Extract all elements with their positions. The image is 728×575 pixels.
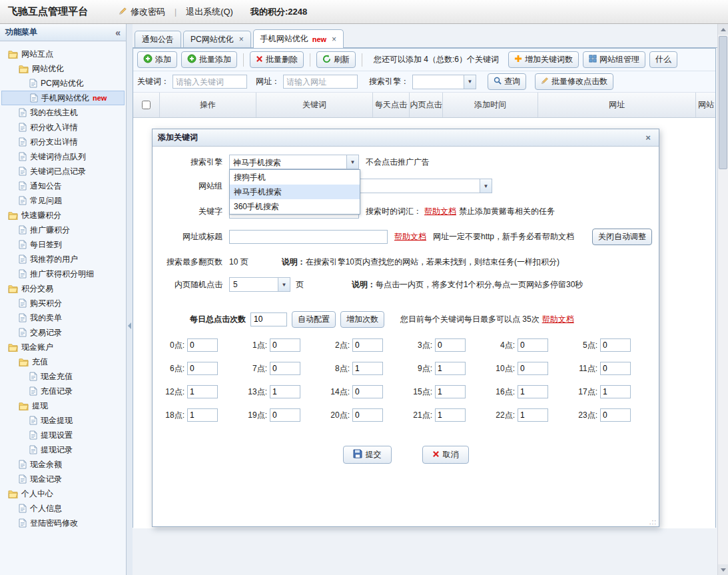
tree-item-关键词已点记录[interactable]: 关键词已点记录 — [1, 164, 125, 179]
url-help-link[interactable]: 帮助文档 — [394, 231, 426, 243]
tree-item-推广获得积分明细[interactable]: 推广获得积分明细 — [1, 267, 125, 281]
tree-item-我推荐的用户[interactable]: 我推荐的用户 — [1, 252, 125, 267]
batch-add-button[interactable]: 批量添加 — [181, 51, 237, 68]
tree-item-PC网站优化[interactable]: PC网站优化 — [1, 76, 125, 91]
inner-click-select[interactable]: 5 ▼ — [229, 277, 290, 292]
tab-close-icon[interactable]: × — [239, 35, 244, 44]
tree-item-关键词待点队列[interactable]: 关键词待点队列 — [1, 149, 125, 164]
tree-item-我的卖单[interactable]: 我的卖单 — [1, 310, 125, 325]
column-header-关键词[interactable]: 关键词 — [256, 93, 373, 117]
hour-input[interactable] — [187, 408, 218, 422]
tree-item-登陆密码修改[interactable]: 登陆密码修改 — [1, 516, 125, 530]
truncated-help-button[interactable]: 什么 — [649, 51, 677, 68]
query-button[interactable]: 查询 — [488, 73, 526, 90]
auto-config-button[interactable]: 自动配置 — [292, 311, 336, 328]
submit-button[interactable]: 提交 — [343, 446, 392, 464]
hour-input[interactable] — [518, 362, 548, 375]
scrollbar-thumb[interactable] — [719, 36, 727, 169]
hour-input[interactable] — [435, 362, 466, 375]
tree-item-推广赚积分[interactable]: 推广赚积分 — [1, 223, 125, 237]
tree-item-提现设置[interactable]: 提现设置 — [1, 428, 125, 442]
tree-item-积分收入详情[interactable]: 积分收入详情 — [1, 120, 125, 135]
hour-input[interactable] — [270, 338, 300, 352]
tree-item-现金提现[interactable]: 现金提现 — [1, 413, 125, 428]
tree-item-每日签到[interactable]: 每日签到 — [1, 237, 125, 252]
tree-item-现金记录[interactable]: 现金记录 — [1, 472, 125, 486]
dropdown-option-搜狗手机[interactable]: 搜狗手机 — [230, 170, 360, 185]
daily-total-input[interactable] — [250, 312, 287, 326]
column-header-内页点击[interactable]: 内页点击 — [410, 93, 443, 117]
url-search-input[interactable] — [283, 75, 358, 89]
change-password-link[interactable]: 修改密码 — [119, 6, 165, 18]
tree-item-个人信息[interactable]: 个人信息 — [1, 501, 125, 516]
tab-PC网站优化[interactable]: PC网站优化× — [183, 31, 251, 47]
dialog-resize-grip[interactable]: .:: — [649, 518, 657, 526]
tree-item-现金账户[interactable]: 现金账户 — [1, 340, 125, 354]
hour-input[interactable] — [600, 408, 631, 422]
tree-item-现金余额[interactable]: 现金余额 — [1, 457, 125, 472]
hour-input[interactable] — [435, 408, 466, 422]
collapse-left-icon[interactable] — [128, 322, 131, 329]
tree-item-网站优化[interactable]: 网站优化 — [1, 61, 125, 76]
tree-item-积分支出详情[interactable]: 积分支出详情 — [1, 135, 125, 149]
hour-input[interactable] — [600, 362, 631, 375]
cancel-button[interactable]: 取消 — [422, 446, 469, 464]
tree-item-个人中心[interactable]: 个人中心 — [1, 486, 125, 501]
keyword-help-link[interactable]: 帮助文档 — [424, 206, 456, 217]
column-header-每天点击[interactable]: 每天点击 — [373, 93, 410, 117]
vertical-scrollbar[interactable] — [717, 24, 728, 575]
tree-item-交易记录[interactable]: 交易记录 — [1, 325, 125, 340]
tree-item-充值记录[interactable]: 充值记录 — [1, 384, 125, 398]
column-header-网站[interactable]: 网站 — [696, 93, 715, 117]
hour-input[interactable] — [518, 385, 548, 398]
hour-input[interactable] — [435, 338, 466, 352]
chevron-down-icon[interactable]: ▼ — [346, 155, 358, 169]
url-input[interactable] — [229, 230, 388, 244]
tab-手机网站优化[interactable]: 手机网站优化new× — [253, 29, 344, 48]
dropdown-option-360手机搜索[interactable]: 360手机搜索 — [230, 199, 360, 214]
hour-input[interactable] — [270, 362, 300, 375]
close-auto-adjust-button[interactable]: 关闭自动调整 — [592, 229, 652, 245]
chevron-down-icon[interactable]: ▼ — [480, 179, 492, 193]
hour-input[interactable] — [518, 408, 548, 422]
tree-item-现金充值[interactable]: 现金充值 — [1, 369, 125, 384]
hour-input[interactable] — [600, 385, 631, 398]
increase-keywords-button[interactable]: 增加关键词数 — [508, 51, 579, 68]
hour-input[interactable] — [187, 338, 218, 352]
hour-input[interactable] — [270, 408, 300, 422]
keyword-search-input[interactable] — [173, 75, 247, 89]
hour-input[interactable] — [187, 362, 218, 375]
close-icon[interactable]: × — [643, 133, 653, 143]
hour-input[interactable] — [518, 338, 548, 352]
scroll-up-icon[interactable] — [718, 24, 728, 35]
column-header-添加时间[interactable]: 添加时间 — [443, 93, 538, 117]
add-button[interactable]: 添加 — [137, 51, 177, 68]
engine-filter-select[interactable]: ▼ — [412, 75, 476, 89]
hour-input[interactable] — [352, 338, 383, 352]
tab-close-icon[interactable]: × — [332, 35, 336, 44]
hour-input[interactable] — [352, 408, 383, 422]
dialog-titlebar[interactable]: 添加关键词 × — [153, 129, 659, 147]
tree-item-常见问题[interactable]: 常见问题 — [1, 193, 125, 208]
scroll-down-icon[interactable] — [718, 564, 728, 575]
chevron-down-icon[interactable]: ▼ — [464, 75, 476, 89]
tree-item-网站互点[interactable]: 网站互点 — [1, 47, 125, 61]
batch-delete-button[interactable]: 批量删除 — [250, 51, 304, 68]
tab-通知公告[interactable]: 通知公告 — [135, 31, 181, 47]
column-header-网址[interactable]: 网址 — [538, 93, 696, 117]
hour-input[interactable] — [600, 338, 631, 352]
batch-modify-clicks-button[interactable]: 批量修改点击数 — [535, 73, 613, 90]
engine-select[interactable]: 神马手机搜索 ▼ — [229, 155, 359, 169]
tree-item-通知公告[interactable]: 通知公告 — [1, 179, 125, 193]
hour-input[interactable] — [187, 385, 218, 398]
layout-splitter[interactable] — [127, 24, 133, 575]
daily-help-link[interactable]: 帮助文档 — [542, 314, 574, 325]
column-header-操作[interactable]: 操作 — [160, 93, 256, 117]
dropdown-option-神马手机搜索[interactable]: 神马手机搜索 — [230, 185, 360, 199]
tree-item-手机网站优化[interactable]: 手机网站优化new — [1, 91, 125, 105]
tree-item-我的在线主机[interactable]: 我的在线主机 — [1, 105, 125, 120]
chevron-down-icon[interactable]: ▼ — [278, 278, 290, 291]
hour-input[interactable] — [352, 385, 383, 398]
hour-input[interactable] — [352, 362, 383, 375]
refresh-button[interactable]: 刷新 — [316, 51, 356, 68]
